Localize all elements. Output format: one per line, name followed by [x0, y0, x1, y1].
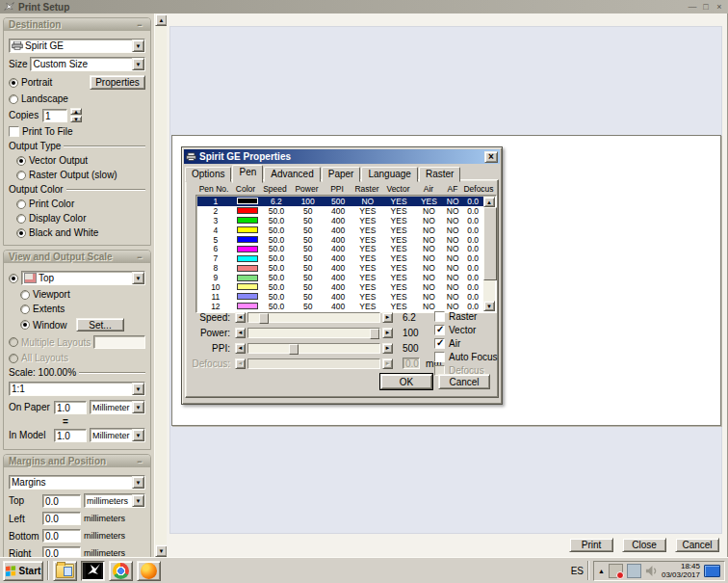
size-select[interactable]: Custom Size [30, 57, 145, 71]
margin-top-input[interactable]: 0.0 [42, 494, 81, 508]
firefox-launch-button[interactable] [137, 561, 161, 581]
tab-pen[interactable]: Pen [232, 165, 263, 183]
slider-right-icon[interactable] [382, 328, 393, 338]
margins-mode-select[interactable]: Margins [9, 475, 145, 490]
raster-output-radio[interactable] [16, 171, 26, 180]
cancel-button[interactable]: Cancel [675, 538, 719, 552]
window-radio[interactable] [20, 320, 30, 330]
pen-row[interactable]: 350.050400YESYESNONO0.0 [197, 216, 483, 225]
in-model-unit-select[interactable]: Millimeter [90, 428, 145, 442]
slider-thumb[interactable] [370, 329, 379, 339]
file-manager-launch-button[interactable] [53, 561, 77, 581]
tray-printer-icon[interactable] [627, 564, 641, 578]
slider-thumb[interactable] [259, 313, 269, 324]
scroll-up-icon[interactable] [483, 197, 495, 207]
auto-focus-checkbox[interactable] [434, 352, 445, 362]
pen-row[interactable]: 16.2100500NOYESYESNO0.0 [197, 197, 483, 206]
chrome-launch-button[interactable] [109, 561, 133, 581]
portrait-radio[interactable] [9, 78, 18, 88]
view-select[interactable]: Top [21, 271, 145, 285]
chevron-down-icon[interactable] [132, 40, 144, 52]
pen-row[interactable]: 850.050400YESYESNONO0.0 [197, 263, 483, 273]
tab-advanced[interactable]: Advanced [264, 167, 320, 182]
copies-up-icon[interactable] [70, 108, 82, 115]
pen-row[interactable]: 1250.050400YESYESNONO0.0 [197, 302, 483, 311]
language-indicator[interactable]: ES [571, 566, 584, 576]
start-button[interactable]: Start [3, 561, 43, 581]
sidebar-scrollbar[interactable] [154, 13, 168, 557]
dialog-close-icon[interactable] [484, 151, 498, 163]
pen-row[interactable]: 450.050400YESYESNONO0.0 [197, 225, 483, 235]
margins-header[interactable]: Margins and Position [4, 455, 150, 467]
air-checkbox[interactable] [434, 338, 445, 349]
tab-options[interactable]: Options [185, 167, 231, 182]
destination-header[interactable]: Destination [4, 18, 150, 31]
show-hidden-icons-icon[interactable]: ▲ [598, 568, 605, 574]
landscape-radio[interactable] [9, 94, 18, 104]
view-scale-header[interactable]: View and Output Scale [4, 251, 150, 263]
tab-raster[interactable]: Raster [419, 167, 460, 182]
display-color-radio[interactable] [16, 214, 26, 224]
chevron-down-icon[interactable] [132, 476, 144, 489]
vector-checkbox[interactable] [434, 325, 445, 335]
pen-row[interactable]: 250.050400YESYESNONO0.0 [197, 206, 483, 216]
margin-right-input[interactable]: 0.0 [42, 546, 81, 557]
slider-left-icon[interactable] [235, 328, 246, 338]
cad-app-task-button[interactable] [81, 561, 105, 581]
slider-right-icon[interactable] [382, 343, 393, 354]
properties-button[interactable]: Properties [90, 75, 145, 90]
slider-left-icon[interactable] [235, 343, 246, 354]
pen-row[interactable]: 550.050400YESYESNONO0.0 [197, 235, 483, 245]
copies-down-icon[interactable] [70, 116, 82, 122]
speed-slider[interactable] [247, 312, 380, 323]
pen-row[interactable]: 650.050400YESYESNONO0.0 [197, 244, 483, 253]
volume-icon[interactable] [645, 565, 658, 577]
maximize-icon[interactable]: □ [701, 2, 711, 12]
slider-right-icon[interactable] [382, 312, 393, 323]
extents-radio[interactable] [20, 305, 30, 314]
set-button[interactable]: Set... [76, 318, 124, 331]
viewport-radio[interactable] [20, 290, 30, 300]
on-paper-unit-select[interactable]: Millimeter [90, 400, 145, 414]
raster-checkbox[interactable] [434, 311, 445, 322]
margin-bottom-input[interactable]: 0.0 [42, 529, 81, 543]
vector-output-radio[interactable] [16, 156, 26, 166]
view-radio[interactable] [9, 274, 18, 283]
margin-unit-select[interactable]: millimeters [84, 493, 145, 508]
close-button[interactable]: Close [622, 538, 666, 552]
in-model-input[interactable]: 1.0 [54, 429, 87, 442]
slider-thumb[interactable] [289, 344, 299, 355]
ppi-slider[interactable] [247, 343, 380, 354]
pen-table[interactable]: 16.2100500NOYESYESNO0.0250.050400YESYESN… [195, 195, 497, 313]
clock[interactable]: 18:45 03/03/2017 [662, 562, 700, 579]
print-button[interactable]: Print [569, 538, 613, 552]
chevron-down-icon[interactable] [132, 383, 144, 395]
copies-input[interactable]: 1 [42, 109, 67, 122]
minimize-icon[interactable]: — [688, 2, 697, 12]
print-color-radio[interactable] [16, 199, 26, 209]
tab-paper[interactable]: Paper [322, 167, 361, 182]
pen-row[interactable]: 950.050400YESYESNONO0.0 [197, 273, 483, 282]
chevron-down-icon[interactable] [132, 429, 144, 441]
pen-row[interactable]: 1150.050400YESYESNONO0.0 [197, 292, 483, 302]
close-icon[interactable]: × [715, 2, 724, 12]
margin-left-input[interactable]: 0.0 [42, 512, 81, 525]
slider-left-icon[interactable] [235, 312, 246, 323]
chevron-down-icon[interactable] [132, 272, 144, 284]
collapse-icon[interactable] [134, 20, 145, 29]
pen-table-scrollbar[interactable] [483, 197, 495, 311]
display-tray-icon[interactable] [704, 565, 720, 577]
scale-select[interactable]: 1:1 [9, 382, 145, 396]
chevron-down-icon[interactable] [132, 401, 144, 413]
pen-row[interactable]: 750.050400YESYESNONO0.0 [197, 253, 483, 263]
black-white-radio[interactable] [16, 228, 26, 238]
collapse-icon[interactable] [134, 252, 145, 261]
dialog-cancel-button[interactable]: Cancel [438, 374, 490, 389]
on-paper-input[interactable]: 1.0 [54, 401, 87, 414]
chevron-down-icon[interactable] [132, 494, 144, 507]
scroll-down-icon[interactable] [483, 301, 495, 311]
chevron-down-icon[interactable] [132, 58, 144, 70]
scrollbar-thumb[interactable] [483, 207, 497, 280]
pen-row[interactable]: 1050.050400YESYESNONO0.0 [197, 282, 483, 292]
print-to-file-checkbox[interactable] [9, 126, 19, 137]
